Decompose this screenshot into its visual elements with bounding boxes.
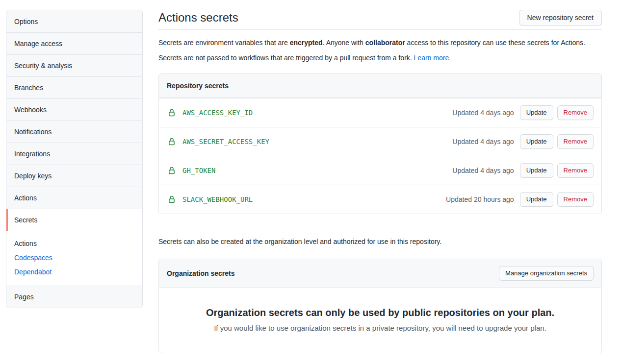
secret-name: AWS_SECRET_ACCESS_KEY	[182, 138, 269, 146]
secrets-description-line1: Secrets are environment variables that a…	[158, 38, 602, 48]
lock-icon	[168, 138, 176, 146]
organization-secrets-box: Organization secrets Manage organization…	[158, 259, 602, 353]
sidebar-item-security-analysis[interactable]: Security & analysis	[6, 54, 142, 76]
description-bold-encrypted: encrypted	[290, 39, 323, 47]
secret-row: SLACK_WEBHOOK_URL Updated 20 hours ago U…	[159, 185, 601, 214]
sidebar-item-pages[interactable]: Pages	[6, 286, 142, 308]
sidebar-item-deploy-keys[interactable]: Deploy keys	[6, 165, 142, 187]
lock-icon	[168, 195, 176, 203]
main-content: Actions secrets New repository secret Se…	[158, 10, 602, 353]
subnav-item-dependabot[interactable]: Dependabot	[6, 265, 142, 279]
blankslate-heading: Organization secrets can only be used by…	[175, 306, 586, 319]
secret-updated: Updated 4 days ago	[452, 167, 514, 174]
secrets-description-line2: Secrets are not passed to workflows that…	[158, 53, 602, 63]
sidebar-item-branches[interactable]: Branches	[6, 76, 142, 98]
description-bold-collaborator: collaborator	[365, 39, 405, 47]
page-title: Actions secrets	[158, 10, 238, 25]
update-button[interactable]: Update	[520, 134, 553, 149]
update-button[interactable]: Update	[520, 105, 553, 120]
organization-secrets-note: Secrets can also be created at the organ…	[158, 237, 602, 247]
update-button[interactable]: Update	[520, 163, 553, 178]
subnav-item-actions[interactable]: Actions	[6, 237, 142, 251]
remove-button[interactable]: Remove	[557, 192, 594, 207]
organization-secrets-title: Organization secrets	[167, 269, 235, 277]
settings-sidebar: Options Manage access Security & analysi…	[6, 10, 143, 308]
lock-icon	[168, 167, 176, 174]
subnav-item-codespaces[interactable]: Codespaces	[6, 251, 142, 265]
sidebar-item-options[interactable]: Options	[6, 10, 142, 32]
sidebar-item-notifications[interactable]: Notifications	[6, 121, 142, 143]
sidebar-item-secrets[interactable]: Secrets	[6, 209, 142, 231]
secret-name: AWS_ACCESS_KEY_ID	[182, 109, 253, 117]
secret-updated: Updated 4 days ago	[452, 138, 514, 146]
secret-row: AWS_SECRET_ACCESS_KEY Updated 4 days ago…	[159, 127, 601, 156]
description-text: access to this repository can use these …	[405, 39, 585, 47]
learn-more-link[interactable]: Learn more	[414, 54, 449, 62]
page-subhead: Actions secrets New repository secret	[158, 10, 602, 30]
repository-secrets-header: Repository secrets	[159, 74, 601, 98]
secret-name: GH_TOKEN	[182, 167, 215, 174]
organization-secrets-header: Organization secrets Manage organization…	[159, 259, 601, 288]
secrets-subnav: Actions Codespaces Dependabot	[6, 231, 142, 286]
new-repository-secret-button[interactable]: New repository secret	[519, 10, 602, 25]
lock-icon	[168, 109, 176, 117]
remove-button[interactable]: Remove	[557, 134, 594, 149]
remove-button[interactable]: Remove	[557, 105, 594, 120]
description-text: . Anyone with	[323, 39, 365, 47]
manage-organization-secrets-button[interactable]: Manage organization secrets	[499, 266, 594, 281]
description-text: .	[449, 54, 451, 62]
secret-row: GH_TOKEN Updated 4 days ago Update Remov…	[159, 156, 601, 185]
repository-secrets-title: Repository secrets	[167, 82, 229, 90]
blankslate-text: If you would like to use organization se…	[175, 323, 586, 333]
remove-button[interactable]: Remove	[557, 163, 594, 178]
secret-row: AWS_ACCESS_KEY_ID Updated 4 days ago Upd…	[159, 98, 601, 127]
organization-secrets-blankslate: Organization secrets can only be used by…	[159, 288, 601, 353]
secret-name: SLACK_WEBHOOK_URL	[182, 195, 253, 203]
sidebar-item-webhooks[interactable]: Webhooks	[6, 98, 142, 121]
sidebar-item-manage-access[interactable]: Manage access	[6, 32, 142, 54]
secret-updated: Updated 20 hours ago	[446, 195, 514, 203]
secret-updated: Updated 4 days ago	[452, 109, 514, 117]
update-button[interactable]: Update	[520, 192, 553, 207]
description-text: Secrets are not passed to workflows that…	[158, 54, 414, 62]
description-text: Secrets are environment variables that a…	[158, 39, 290, 47]
repository-secrets-box: Repository secrets AWS_ACCESS_KEY_ID Upd…	[158, 73, 602, 214]
sidebar-item-integrations[interactable]: Integrations	[6, 143, 142, 165]
sidebar-item-actions[interactable]: Actions	[6, 187, 142, 209]
